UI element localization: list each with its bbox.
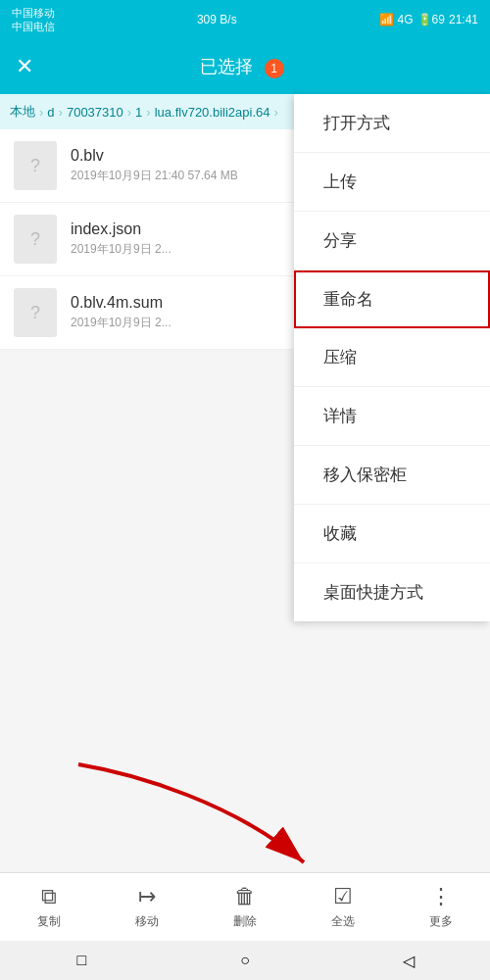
breadcrumb-sep3: › — [127, 105, 131, 120]
home-icon: ○ — [240, 952, 250, 969]
move-icon: ↦ — [138, 884, 156, 909]
recent-icon: □ — [76, 952, 86, 969]
file-icon-0blv — [14, 141, 57, 190]
context-menu: 打开方式 上传 分享 重命名 压缩 详情 移入保密柜 收藏 桌面快捷方式 — [294, 94, 490, 621]
recent-apps-button[interactable]: □ — [67, 946, 96, 975]
nav-selectall-label: 全选 — [331, 913, 355, 930]
menu-rename[interactable]: 重命名 — [294, 270, 490, 328]
selectall-icon: ☑ — [333, 884, 353, 909]
app-bar-title: 已选择 1 — [49, 55, 435, 78]
breadcrumb-70037310: 70037310 — [67, 105, 123, 120]
bottom-nav: ⧉ 复制 ↦ 移动 🗑 删除 ☑ 全选 ⋮ 更多 — [0, 872, 490, 941]
annotation-arrow — [59, 755, 333, 882]
nav-copy-label: 复制 — [37, 913, 61, 930]
home-button[interactable]: ○ — [230, 946, 260, 975]
carrier1: 中国移动 — [12, 6, 55, 20]
nav-move-label: 移动 — [135, 913, 159, 930]
file-icon-indexjson — [14, 215, 57, 264]
delete-icon: 🗑 — [234, 884, 256, 909]
nav-selectall[interactable]: ☑ 全选 — [294, 884, 392, 930]
breadcrumb-d: d — [47, 105, 54, 120]
battery-icon: 🔋69 — [417, 13, 445, 26]
back-icon: ◁ — [403, 952, 415, 970]
nav-more[interactable]: ⋮ 更多 — [392, 884, 490, 930]
close-button[interactable]: ✕ — [16, 54, 33, 79]
nav-move[interactable]: ↦ 移动 — [98, 884, 196, 930]
nav-more-label: 更多 — [429, 913, 453, 930]
menu-upload[interactable]: 上传 — [294, 153, 490, 212]
nav-delete-label: 删除 — [233, 913, 257, 930]
copy-icon: ⧉ — [41, 884, 57, 909]
signal-icon: 4G — [398, 13, 414, 26]
breadcrumb-sep1: › — [39, 105, 43, 120]
breadcrumb-1: 1 — [135, 105, 142, 120]
status-icons: 📶 4G 🔋69 21:41 — [379, 13, 478, 26]
menu-secure[interactable]: 移入保密柜 — [294, 446, 490, 505]
menu-details[interactable]: 详情 — [294, 387, 490, 446]
menu-share[interactable]: 分享 — [294, 212, 490, 270]
breadcrumb-sep2: › — [59, 105, 63, 120]
network-speed: 309 B/s — [197, 13, 237, 26]
breadcrumb-folder: lua.flv720.bili2api.64 — [155, 105, 270, 120]
time-display: 21:41 — [449, 13, 478, 26]
carrier2: 中国电信 — [12, 20, 55, 33]
breadcrumb-sep5: › — [274, 105, 278, 120]
wifi-icon: 📶 — [379, 13, 394, 26]
back-button[interactable]: ◁ — [394, 946, 423, 975]
carrier-info: 中国移动 中国电信 — [12, 6, 55, 34]
breadcrumb-sep4: › — [146, 105, 150, 120]
menu-shortcut[interactable]: 桌面快捷方式 — [294, 564, 490, 621]
more-icon: ⋮ — [430, 884, 452, 909]
file-icon-blvsum — [14, 288, 57, 337]
menu-compress[interactable]: 压缩 — [294, 328, 490, 387]
phone-bottom-bar: □ ○ ◁ — [0, 941, 490, 980]
status-bar: 中国移动 中国电信 309 B/s 📶 4G 🔋69 21:41 — [0, 0, 490, 39]
nav-delete[interactable]: 🗑 删除 — [196, 884, 294, 930]
menu-favorite[interactable]: 收藏 — [294, 505, 490, 564]
breadcrumb-local: 本地 — [10, 103, 35, 121]
app-bar: ✕ 已选择 1 — [0, 39, 490, 94]
selection-badge: 1 — [265, 59, 284, 78]
nav-copy[interactable]: ⧉ 复制 — [0, 884, 98, 930]
menu-open-with[interactable]: 打开方式 — [294, 94, 490, 153]
